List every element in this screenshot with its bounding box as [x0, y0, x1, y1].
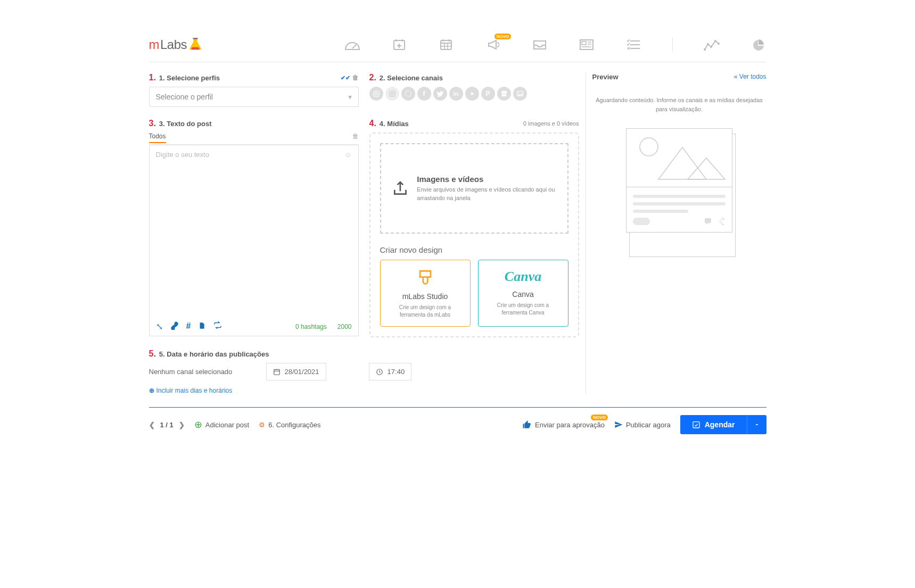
time-input[interactable]: 17:40	[369, 363, 412, 380]
send-approval-button[interactable]: Enviar para aprovação NOVO	[522, 420, 605, 429]
hashtag-icon[interactable]: #	[186, 321, 191, 332]
design-header: Criar novo design	[380, 245, 568, 254]
paper-plane-icon	[614, 420, 623, 429]
add-more-schedule[interactable]: ⊕ Incluir mais dias e horários	[149, 387, 233, 394]
checkall-icon[interactable]: ✔✔	[341, 74, 350, 81]
dashboard-icon[interactable]	[344, 39, 360, 51]
svg-rect-27	[373, 91, 379, 97]
channel-twitter-icon[interactable]	[433, 87, 447, 101]
schedule-button[interactable]: Agendar	[680, 415, 766, 434]
channel-linkedin-icon[interactable]: in	[449, 87, 463, 101]
upload-icon	[392, 177, 409, 200]
channel-facebook-icon[interactable]: f	[417, 87, 431, 101]
annotation-5: 5.	[149, 349, 156, 359]
svg-point-31	[405, 91, 411, 97]
channel-instagram-icon[interactable]	[369, 87, 383, 101]
svg-point-22	[704, 48, 706, 51]
thumb-up-icon	[522, 420, 532, 429]
calendar-icon[interactable]	[438, 39, 454, 51]
mlabs-studio-card[interactable]: mLabs Studio Crie um design com a ferram…	[380, 260, 471, 327]
date-input[interactable]: 28/01/2021	[266, 363, 326, 380]
channel-image-icon[interactable]	[513, 87, 527, 101]
annotation-3: 3.	[149, 119, 156, 128]
analytics-icon[interactable]	[704, 39, 720, 51]
logo-labs: Labs	[160, 37, 187, 52]
upload-dropzone[interactable]: Imagens e vídeos Envie arquivos de image…	[380, 143, 568, 234]
media-count: 0 imagens e 0 vídeos	[523, 120, 579, 127]
profile-select-placeholder: Selecione o perfil	[156, 93, 213, 101]
nav-icons: NOVO	[344, 37, 766, 52]
annotation-2: 2.	[369, 73, 376, 82]
link-icon[interactable]	[170, 321, 179, 332]
config-button[interactable]: ⚙ 6. Configurações	[259, 421, 320, 429]
bottom-bar: ❮ 1 / 1 ❯ ⊕ Adicionar post ⚙ 6. Configur…	[149, 407, 766, 442]
brush-icon	[416, 269, 434, 287]
logo[interactable]: mLabs	[149, 37, 203, 52]
channel-youtube-icon[interactable]	[465, 87, 479, 101]
send-approval-label: Enviar para aprovação	[535, 421, 605, 429]
newspaper-icon[interactable]	[579, 39, 595, 51]
svg-rect-7	[441, 40, 451, 49]
channel-gmb-icon[interactable]	[497, 87, 511, 101]
add-post-button[interactable]: ⊕ Adicionar post	[194, 419, 249, 430]
canva-logo: Canva	[484, 269, 563, 285]
top-bar: mLabs NOVO	[149, 32, 766, 62]
channel-story-icon[interactable]	[401, 87, 415, 101]
inbox-icon[interactable]	[532, 39, 548, 51]
svg-point-30	[391, 93, 393, 95]
svg-rect-29	[389, 91, 395, 97]
calendar-add-icon[interactable]	[391, 39, 407, 51]
post-textarea[interactable]: Digite o seu texto ☺ ⤡ #	[149, 145, 359, 336]
channel-pinterest-icon[interactable]: P	[481, 87, 495, 101]
preview-see-all-label: Ver todos	[739, 73, 766, 80]
add-more-label: Incluir mais dias e horários	[156, 387, 233, 394]
svg-point-28	[375, 93, 377, 95]
channel-instagram-alt-icon[interactable]	[385, 87, 399, 101]
profile-select[interactable]: Selecione o perfil ▾	[149, 87, 359, 107]
channel-list: f in P	[369, 87, 579, 101]
svg-point-26	[718, 43, 720, 45]
publish-now-label: Publicar agora	[626, 421, 671, 429]
svg-point-24	[710, 46, 712, 48]
svg-point-33	[518, 93, 520, 94]
schedule-caret[interactable]	[747, 415, 766, 434]
repost-icon[interactable]	[213, 321, 222, 332]
trash-icon[interactable]: 🗑	[352, 74, 359, 81]
config-label: 6. Configurações	[268, 421, 320, 429]
megaphone-icon[interactable]: NOVO	[485, 39, 501, 51]
post-text-tab[interactable]: Todos	[149, 132, 166, 143]
svg-rect-15	[582, 42, 586, 45]
textarea-placeholder: Digite o seu texto	[156, 151, 209, 159]
share-icon	[716, 217, 726, 226]
preview-header: Preview	[592, 73, 619, 81]
trash-icon[interactable]: 🗑	[352, 132, 359, 143]
preview-card	[626, 128, 732, 233]
publish-now-button[interactable]: Publicar agora	[614, 420, 671, 429]
mlabs-studio-desc: Crie um design com a ferramenta da mLabs	[386, 304, 465, 319]
emoji-icon[interactable]: ☺	[344, 151, 351, 159]
gear-icon: ⚙	[259, 421, 265, 429]
add-post-label: Adicionar post	[205, 421, 249, 429]
canva-card[interactable]: Canva Canva Crie um design com a ferrame…	[478, 260, 568, 327]
pie-chart-icon[interactable]	[751, 39, 766, 51]
canva-desc: Crie um design com a ferramenta Canva	[484, 302, 563, 317]
nav-separator	[672, 37, 673, 52]
plus-circle-icon: ⊕	[194, 419, 202, 430]
plus-circle-small-icon: ⊕	[149, 387, 154, 394]
svg-rect-0	[193, 38, 197, 39]
upload-title: Imagens e vídeos	[417, 175, 556, 184]
next-page-icon[interactable]: ❯	[179, 421, 185, 429]
collapse-icon[interactable]: ⤡	[156, 321, 163, 332]
task-list-icon[interactable]	[625, 39, 641, 51]
flask-icon	[188, 37, 203, 52]
chevron-down-icon: ▾	[348, 93, 352, 101]
annotation-1: 1.	[149, 73, 156, 82]
svg-rect-34	[274, 369, 279, 375]
file-icon[interactable]	[198, 321, 205, 332]
media-header: 4. Mídias	[380, 120, 409, 128]
schedule-header: 5. Data e horário das publicações	[159, 350, 269, 358]
prev-page-icon[interactable]: ❮	[149, 421, 155, 429]
no-channel-text: Nenhum canal selecionado	[149, 368, 255, 376]
preview-see-all[interactable]: « Ver todos	[734, 73, 766, 81]
svg-point-23	[707, 43, 709, 45]
